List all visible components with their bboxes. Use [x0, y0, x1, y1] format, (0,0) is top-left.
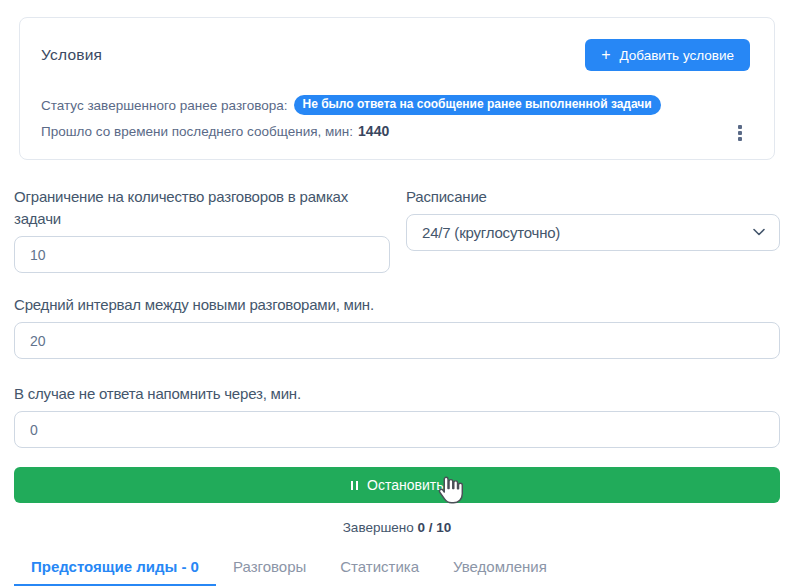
conditions-status: Статус завершенного ранее разговора: Не …: [41, 95, 750, 139]
interval-label: Средний интервал между новыми разговорам…: [14, 294, 780, 316]
task-settings-form: Ограничение на количество разговоров в р…: [14, 186, 780, 448]
stop-button[interactable]: Остановить: [14, 467, 780, 503]
conditions-card: Условия + Добавить условие Статус заверш…: [19, 17, 775, 160]
pause-icon: [351, 481, 359, 490]
tab-statistics[interactable]: Статистика: [323, 558, 436, 586]
chevron-down-icon: [753, 228, 765, 236]
status-badge: Не было ответа на сообщение ранее выполн…: [294, 95, 661, 115]
status-row-2: Прошло со времени последнего сообщения, …: [41, 123, 750, 139]
limit-input[interactable]: [14, 236, 390, 273]
limit-label: Ограничение на количество разговоров в р…: [14, 186, 390, 230]
plus-icon: +: [601, 47, 610, 63]
elapsed-label: Прошло со времени последнего сообщения, …: [41, 124, 353, 139]
tab-notifications[interactable]: Уведомления: [436, 558, 564, 586]
schedule-select[interactable]: 24/7 (круглосуточно): [406, 214, 780, 251]
stop-button-label: Остановить: [367, 477, 443, 493]
tab-bar: Предстоящие лиды - 0 Разговоры Статистик…: [14, 558, 794, 586]
status-label: Статус завершенного ранее разговора:: [41, 98, 288, 113]
schedule-label: Расписание: [406, 186, 780, 208]
remind-input[interactable]: [14, 411, 780, 448]
remind-label: В случае не ответа напомнить через, мин.: [14, 383, 780, 405]
tab-upcoming-leads[interactable]: Предстоящие лиды - 0: [14, 558, 216, 586]
kebab-menu-icon[interactable]: [728, 116, 752, 150]
card-title: Условия: [41, 39, 102, 64]
tab-conversations[interactable]: Разговоры: [216, 558, 323, 586]
elapsed-value: 1440: [358, 123, 389, 139]
status-row-1: Статус завершенного ранее разговора: Не …: [41, 95, 750, 115]
add-condition-label: Добавить условие: [619, 48, 734, 63]
progress-label: Завершено: [343, 520, 414, 535]
schedule-selected-value: 24/7 (круглосуточно): [422, 224, 560, 241]
add-condition-button[interactable]: + Добавить условие: [585, 39, 750, 71]
progress-counter: Завершено 0 / 10: [0, 520, 794, 535]
progress-value: 0 / 10: [418, 520, 452, 535]
interval-input[interactable]: [14, 322, 780, 359]
